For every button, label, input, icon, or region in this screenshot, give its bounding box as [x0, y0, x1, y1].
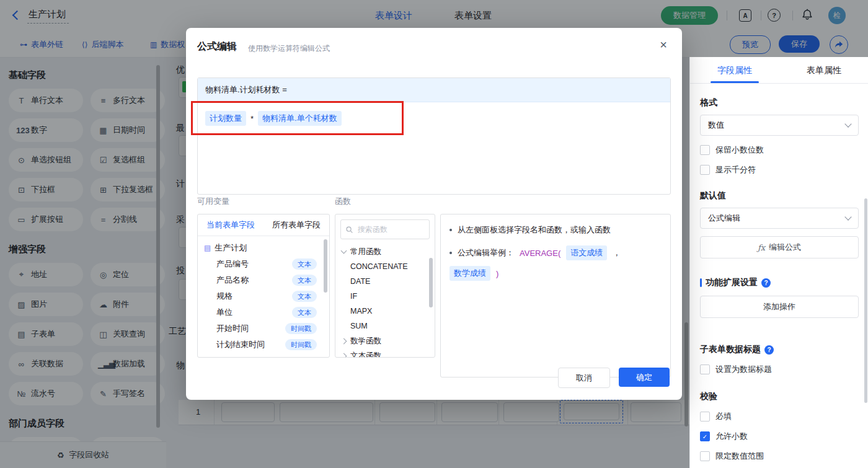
fx-icon: ƒx	[758, 243, 765, 252]
functions-scrollbar[interactable]	[429, 258, 433, 307]
chevron-down-icon	[341, 248, 347, 254]
field-type-badge: 文本	[292, 275, 317, 286]
modal-overlay	[689, 0, 868, 57]
confirm-button[interactable]: 确定	[619, 368, 670, 387]
checkbox[interactable]	[700, 165, 710, 175]
tip-example-line: 公式编辑举例：AVERAGE( 语文成绩 ， 数学成绩 )	[450, 245, 662, 281]
modal-subtitle: 使用数学运算符编辑公式	[248, 43, 330, 54]
add-action-button[interactable]: 添加操作	[700, 296, 859, 318]
field-type-badge: 文本	[292, 291, 317, 302]
tip-line: 从左侧面板选择字段名和函数，或输入函数	[450, 224, 662, 236]
fn-item[interactable]: DATE	[335, 274, 435, 289]
tree-root-form[interactable]: ▤生产计划	[198, 240, 329, 256]
checkbox[interactable]	[700, 364, 710, 374]
tree-field[interactable]: 产品名称文本	[198, 272, 329, 288]
cancel-button[interactable]: 取消	[558, 368, 610, 388]
tab-all-form-fields[interactable]: 所有表单字段	[272, 219, 321, 231]
app-root: 生产计划 表单设计 表单设置 数据管理 检 ⊶表单外链 ⟨⟩后端脚本 ▥数据权 …	[0, 0, 868, 468]
set-as-data-title-option[interactable]: 设置为数据标题	[700, 364, 859, 375]
function-search-box[interactable]	[340, 219, 430, 239]
field-type-badge: 文本	[292, 307, 317, 318]
right-properties-panel: 字段属性 表单属性 格式 数值 保留小数位数 显示千分符 默认值 公式编辑 ƒx…	[689, 57, 868, 468]
checkbox[interactable]	[700, 451, 710, 461]
bullet-dot	[450, 229, 452, 231]
variables-scrollbar[interactable]	[324, 239, 327, 293]
checkbox-checked[interactable]	[700, 431, 710, 441]
search-icon	[346, 226, 353, 234]
default-value-label: 默认值	[700, 190, 859, 201]
formula-editor-modal: 公式编辑 使用数学运算符编辑公式 物料清单.计划耗材数 = 计划数量 * 物料清…	[186, 28, 682, 400]
example-chip: 数学成绩	[450, 266, 490, 281]
chevron-down-icon	[844, 120, 851, 127]
fn-group-common[interactable]: 常用函数	[335, 244, 435, 259]
subform-data-title-heading: 子表单数据标题	[700, 344, 859, 355]
fn-group-text[interactable]: 文本函数	[335, 348, 435, 358]
modal-title: 公式编辑	[197, 40, 237, 53]
fn-group-math[interactable]: 数学函数	[335, 333, 435, 348]
edit-formula-button[interactable]: ƒx编辑公式	[700, 236, 859, 258]
formula-chip[interactable]: 物料清单.单个耗材数	[258, 111, 342, 126]
variables-tabs: 当前表单字段 所有表单字段	[198, 214, 329, 236]
variables-panel: 当前表单字段 所有表单字段 ▤生产计划 产品编号文本 产品名称文本 规格文本 单…	[197, 214, 330, 358]
help-circle-icon[interactable]	[761, 278, 771, 288]
properties-tabs: 字段属性 表单属性	[690, 57, 868, 84]
allow-decimal-option[interactable]: 允许小数	[700, 431, 859, 442]
search-input[interactable]	[356, 224, 424, 234]
tree-field[interactable]: 开始时间时间戳	[198, 320, 329, 337]
limit-range-option[interactable]: 限定数值范围	[700, 451, 859, 462]
example-function-name: AVERAGE(	[520, 249, 560, 258]
fn-item[interactable]: SUM	[335, 319, 435, 333]
default-value-select[interactable]: 公式编辑	[700, 208, 859, 229]
formula-expression[interactable]: 计划数量 * 物料清单.单个耗材数	[198, 102, 670, 135]
formula-editor-box[interactable]: 物料清单.计划耗材数 = 计划数量 * 物料清单.单个耗材数	[197, 77, 671, 195]
thousands-separator-option[interactable]: 显示千分符	[700, 164, 859, 175]
functions-panel: 常用函数 CONCATENATE DATE IF MAPX SUM 数学函数 文…	[335, 214, 435, 358]
tab-form-properties[interactable]: 表单属性	[779, 57, 868, 83]
variables-label: 可用变量	[197, 196, 229, 207]
field-type-badge: 时间戳	[285, 323, 317, 334]
checkbox[interactable]	[700, 412, 710, 422]
required-option[interactable]: 必填	[700, 411, 859, 422]
formula-operator: *	[250, 114, 254, 123]
bullet-dot	[450, 252, 452, 254]
validation-label: 校验	[700, 391, 859, 402]
active-tab-underline	[711, 81, 759, 83]
tips-panel: 从左侧面板选择字段名和函数，或输入函数 公式编辑举例：AVERAGE( 语文成绩…	[440, 214, 671, 377]
tree-field[interactable]: 产品编号文本	[198, 256, 329, 272]
chevron-down-icon	[844, 213, 851, 220]
formula-chip[interactable]: 计划数量	[205, 111, 246, 126]
function-extension-heading: 功能扩展设置	[700, 277, 859, 288]
tab-field-properties[interactable]: 字段属性	[690, 57, 779, 83]
chevron-right-icon	[341, 338, 347, 344]
tree-field[interactable]: 单位文本	[198, 304, 329, 320]
fn-item[interactable]: IF	[335, 289, 435, 304]
tab-current-form-fields[interactable]: 当前表单字段	[206, 219, 255, 231]
format-select[interactable]: 数值	[700, 115, 859, 136]
field-type-badge: 时间戳	[285, 339, 317, 350]
tree-field[interactable]: 规格文本	[198, 288, 329, 304]
checkbox[interactable]	[700, 145, 710, 155]
fn-item[interactable]: MAPX	[335, 304, 435, 319]
close-icon[interactable]	[660, 38, 667, 52]
format-label: 格式	[700, 97, 859, 108]
chevron-right-icon	[341, 353, 347, 358]
section-bar	[700, 278, 702, 287]
formula-target: 物料清单.计划耗材数 =	[198, 78, 670, 102]
example-chip: 语文成绩	[566, 245, 607, 260]
decimal-digits-option[interactable]: 保留小数位数	[700, 144, 859, 156]
field-type-badge: 文本	[292, 258, 317, 270]
document-icon: ▤	[204, 244, 211, 252]
fn-item[interactable]: CONCATENATE	[335, 259, 435, 274]
help-circle-icon[interactable]	[764, 345, 774, 355]
example-close-paren: )	[496, 269, 498, 278]
functions-label: 函数	[335, 196, 351, 207]
panel-scrollbar[interactable]	[864, 198, 867, 403]
tree-field[interactable]: 计划结束时间时间戳	[198, 337, 329, 353]
